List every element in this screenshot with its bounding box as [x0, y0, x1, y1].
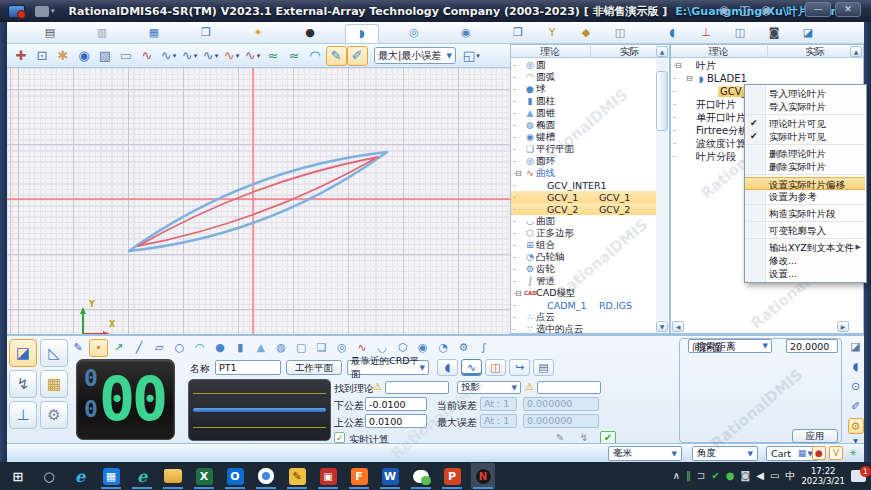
lower-tolerance-input[interactable]	[365, 397, 427, 411]
search-probe-button[interactable]: ⊙	[848, 378, 864, 394]
start-button[interactable]: ⊞	[6, 463, 30, 489]
probe-tools-button[interactable]: ⚙	[40, 401, 68, 429]
graph-window-icon[interactable]: ▦	[795, 446, 809, 460]
zoom-region-tool[interactable]: ⊡	[32, 46, 53, 66]
menu-construct-actual-blade-segment[interactable]: 构造实际叶片段	[745, 207, 865, 222]
apply-button[interactable]: 应用	[792, 429, 838, 443]
tray-volume-icon[interactable]: ◀	[756, 471, 764, 481]
projection-select[interactable]: 投影 ▼	[457, 381, 521, 394]
tray-antivirus-icon[interactable]: ✔	[711, 471, 719, 481]
tray-ime-bars-icon[interactable]: ‖	[686, 471, 691, 481]
tab-cube[interactable]: ❒	[501, 24, 535, 43]
rationaldmis-icon[interactable]: N	[471, 463, 495, 489]
notification-center-icon[interactable]: 1	[851, 470, 866, 482]
word-icon[interactable]: W	[378, 463, 402, 489]
expander-icon[interactable]: ⊟	[686, 74, 695, 83]
transform-tool[interactable]: ✚	[11, 46, 32, 66]
tree-item-cylinder[interactable]: ▮ 圆柱	[511, 95, 657, 107]
tab-probe[interactable]: Y	[535, 24, 569, 43]
menu-set-as-reference[interactable]: 设置为参考	[745, 190, 865, 205]
tray-expand-icon[interactable]: ∧	[673, 471, 680, 481]
blade-measure-tool[interactable]: ∿	[137, 46, 158, 66]
ie-icon[interactable]: e	[68, 463, 92, 489]
blade-fill-tool[interactable]: ◠	[305, 46, 326, 66]
measure-mode-button[interactable]: ◪	[9, 339, 37, 367]
name-input[interactable]	[215, 360, 281, 375]
blade-analyze-tool[interactable]: ∿ ▾	[242, 46, 263, 66]
tree-item-gcv-1[interactable]: GCV_1 GCV_1	[511, 191, 657, 203]
tree-item-sphere[interactable]: ● 球	[511, 83, 657, 95]
tab-colors[interactable]: ✦	[241, 24, 275, 43]
tree-item-gcv-2[interactable]: GCV_2 GCV_2	[511, 203, 657, 215]
probe-hand-button[interactable]: ✐	[848, 398, 864, 414]
display-mode-tool[interactable]: ◱ ▾	[461, 46, 482, 66]
tree-item-pipe[interactable]: ∫ 管道	[511, 275, 657, 287]
tree-item-cone[interactable]: ▲ 圆锥	[511, 107, 657, 119]
minimize-button[interactable]: —	[805, 2, 831, 17]
cylinder-tool[interactable]: ▮	[231, 339, 249, 357]
vector-tool[interactable]: ↗	[110, 339, 128, 357]
tab-axes[interactable]: ⊥	[689, 24, 723, 43]
blade-rotate-tool[interactable]: ∿ ▾	[179, 46, 200, 66]
tab-document[interactable]: ▥	[85, 24, 119, 43]
tray-ime-lang[interactable]: 中	[785, 471, 795, 481]
arc-tool[interactable]: ◠	[191, 339, 209, 357]
excel-icon[interactable]: X	[192, 463, 216, 489]
wechat-icon[interactable]	[409, 463, 433, 489]
workplane-button[interactable]: 工作平面	[286, 360, 342, 375]
tree-item-point-cloud[interactable]: ∴ 点云	[511, 311, 657, 323]
probe-path-tab[interactable]: ↪	[509, 359, 530, 376]
select-edit-tool[interactable]: ✎	[69, 339, 87, 357]
tree-item-curve[interactable]: ⊟ ∿ 曲线	[511, 167, 657, 179]
tree-item-ellipse[interactable]: ◍ 椭圆	[511, 119, 657, 131]
menu-delete-actual-blade[interactable]: 删除实际叶片	[745, 160, 865, 175]
close-button[interactable]: ✕	[835, 2, 861, 17]
scroll-right-button[interactable]: ▶	[837, 321, 849, 332]
scroll-down-button[interactable]: ▼	[656, 321, 668, 332]
tree-item-gear[interactable]: ⚙ 齿轮	[511, 263, 657, 275]
form-tool[interactable]: ▭	[116, 46, 137, 66]
tree-item-slot[interactable]: ◉ 键槽	[511, 131, 657, 143]
menu-delete-theoretical-blade[interactable]: 删除理论叶片	[745, 147, 865, 160]
probe-view-button[interactable]: ◖	[848, 358, 864, 374]
tree-item-surface[interactable]: ◡ 曲面	[511, 215, 657, 227]
device-connect-icon[interactable]: ◉	[719, 3, 729, 17]
probe-button[interactable]: ↯	[9, 370, 37, 398]
tree-item-polygon[interactable]: ⬡ 正多边形	[511, 227, 657, 239]
tree-item-cad-model[interactable]: ⊟ CAD CAD模型	[511, 287, 657, 299]
tree-item-blade-root[interactable]: ⊟ 叶片	[671, 59, 863, 72]
plane-select[interactable]: 最靠近的CRD平面 ▼	[347, 360, 429, 375]
coordinate-button[interactable]: ⊥	[9, 401, 37, 429]
blade-move-tool[interactable]: ∿ ▾	[158, 46, 179, 66]
plane-tool[interactable]: ▱	[150, 339, 168, 357]
app-360-icon[interactable]: ▦	[99, 463, 123, 489]
paint-icon[interactable]: ✎	[285, 463, 309, 489]
tab-tags[interactable]: ◪	[791, 24, 825, 43]
tray-display-icon[interactable]: ▭	[770, 471, 779, 481]
theory-column-header[interactable]: 理论	[671, 45, 768, 57]
blade-offset-tool[interactable]: ✐	[347, 46, 368, 66]
select-region-tool[interactable]: ▧	[95, 46, 116, 66]
foxit-icon[interactable]: F	[347, 463, 371, 489]
scrollbar-thumb[interactable]	[656, 71, 668, 131]
menu-import-actual-blade[interactable]: 导入实际叶片	[745, 100, 865, 115]
taskbar-clock[interactable]: 17:22 2023/3/21	[801, 466, 845, 486]
camshaft-tool[interactable]: ◔	[434, 339, 452, 357]
angle-select[interactable]: 角度▼	[692, 446, 758, 461]
tab-camera[interactable]: ◙	[757, 24, 791, 43]
tree-item-group[interactable]: ⊞ 组合	[511, 239, 657, 251]
parameter-input[interactable]	[786, 339, 838, 353]
tree-item-parallel-planes[interactable]: ❏ 平行平面	[511, 143, 657, 155]
powerpoint-icon[interactable]: P	[440, 463, 464, 489]
chrome-icon[interactable]	[254, 463, 278, 489]
expander-icon[interactable]: ⊟	[515, 169, 524, 178]
tab-panel[interactable]: ◫	[723, 24, 757, 43]
tab-window[interactable]: ◫	[603, 24, 637, 43]
explorer-icon[interactable]	[161, 463, 185, 489]
menu-theoretical-blade-visible[interactable]: ✔ 理论叶片可见	[745, 117, 865, 130]
scroll-up-button[interactable]: ▲	[850, 46, 862, 57]
gear-tool[interactable]: ⚙	[454, 339, 472, 357]
menu-set-actual-blade-offset[interactable]: 设置实际叶片偏移	[745, 177, 865, 190]
tab-blade[interactable]: ◗	[345, 24, 379, 43]
tab-solid[interactable]: ●	[293, 24, 327, 43]
